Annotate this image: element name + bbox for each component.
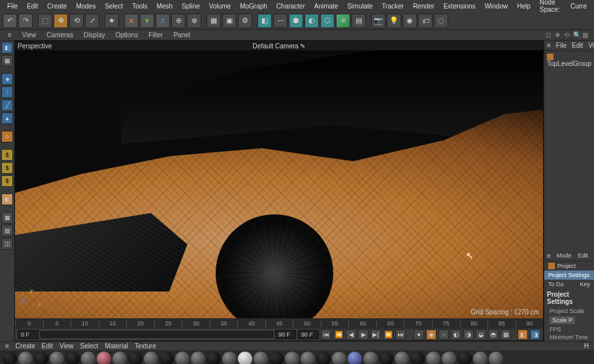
key-r-button[interactable]: ◑: [463, 329, 474, 340]
project-scale-field[interactable]: Project Scale: [544, 307, 594, 315]
material-swatch[interactable]: [457, 352, 472, 364]
timeline-slider[interactable]: [41, 331, 273, 338]
current-frame-field[interactable]: 90 F: [275, 330, 296, 339]
mat-view[interactable]: View: [59, 342, 74, 350]
hamburger-icon[interactable]: ≡: [3, 31, 17, 39]
menu-tools[interactable]: Tools: [127, 3, 152, 10]
rotate-tool[interactable]: ⟲: [69, 14, 84, 28]
material-swatch[interactable]: [254, 352, 268, 364]
volume-button[interactable]: ▤: [352, 14, 366, 28]
material-swatch[interactable]: [285, 352, 299, 364]
project-row[interactable]: Project: [544, 261, 594, 271]
workplane-1[interactable]: ▦: [1, 212, 13, 223]
layout-2-button[interactable]: ◨: [530, 329, 540, 340]
snap-1[interactable]: $: [1, 149, 13, 161]
play-button[interactable]: ▶: [358, 329, 369, 340]
node-space-value[interactable]: Curre: [566, 3, 591, 10]
material-swatch[interactable]: [426, 352, 440, 364]
vp-nav-4[interactable]: 🔍: [573, 31, 580, 39]
snap-3[interactable]: $: [1, 175, 13, 187]
menu-mograph[interactable]: MoGraph: [235, 3, 272, 10]
menu-volume[interactable]: Volume: [205, 3, 235, 10]
viewport-solo[interactable]: ◐: [1, 193, 13, 205]
material-swatch[interactable]: [395, 352, 409, 364]
scale-project-button[interactable]: Scale P: [550, 316, 575, 324]
material-swatch[interactable]: [473, 352, 487, 364]
material-swatch[interactable]: [348, 352, 362, 364]
material-swatch[interactable]: [175, 352, 190, 364]
goto-start-button[interactable]: ⏮: [321, 329, 331, 340]
menu-render[interactable]: Render: [408, 3, 439, 10]
axis-mode[interactable]: ⊹: [1, 131, 13, 142]
point-mode[interactable]: ⋮: [1, 86, 13, 98]
goto-end-button[interactable]: ⏭: [395, 329, 406, 340]
timeline-ruler[interactable]: 0 5 10 15 20 25 30 35 40 45 50 55 60 65 …: [15, 318, 543, 329]
snap-2[interactable]: $: [1, 162, 13, 174]
material-swatch[interactable]: [489, 352, 503, 364]
display-menu[interactable]: Display: [78, 31, 110, 39]
mograph-button[interactable]: ※: [336, 14, 350, 28]
scene-button[interactable]: ◉: [403, 14, 417, 28]
start-frame-field[interactable]: 0 F: [18, 330, 39, 339]
cube-primitive[interactable]: ◧: [257, 14, 272, 28]
menu-edit[interactable]: Edit: [22, 3, 42, 10]
material-swatch[interactable]: [301, 352, 315, 364]
min-time-field[interactable]: Minimum Time: [544, 333, 594, 341]
menu-tracker[interactable]: Tracker: [377, 3, 408, 10]
hamburger-icon[interactable]: ≡: [544, 252, 553, 261]
scale-tool[interactable]: ⤢: [85, 14, 99, 28]
material-swatch[interactable]: [316, 352, 331, 364]
recent-tool[interactable]: ★: [105, 14, 119, 28]
vp-nav-2[interactable]: ✥: [555, 31, 561, 39]
camera-button[interactable]: 📷: [371, 14, 386, 28]
move-tool[interactable]: ✥: [54, 14, 68, 28]
material-swatch[interactable]: [144, 352, 158, 364]
material-swatch[interactable]: [332, 352, 346, 364]
axis-z-toggle[interactable]: Z: [156, 14, 170, 28]
tab-mode[interactable]: Mode: [553, 252, 575, 261]
key-tab[interactable]: Key: [576, 280, 594, 289]
material-swatch[interactable]: [410, 352, 425, 364]
render-picture-button[interactable]: ▣: [222, 14, 237, 28]
next-key-button[interactable]: ⏩: [383, 329, 393, 340]
todo-tab[interactable]: To Do: [544, 280, 576, 289]
menu-extensions[interactable]: Extensions: [439, 3, 480, 10]
tree-item[interactable]: TopLevelGroup: [547, 60, 591, 67]
menu-animate[interactable]: Animate: [310, 3, 343, 10]
redo-button[interactable]: ↷: [18, 14, 33, 28]
menu-simulate[interactable]: Simulate: [342, 3, 377, 10]
mat-material[interactable]: Material: [105, 342, 128, 350]
hamburger-icon[interactable]: ≡: [547, 42, 551, 49]
menu-file[interactable]: File: [3, 3, 22, 10]
key-s-button[interactable]: ◐: [451, 329, 461, 340]
material-swatch[interactable]: [206, 352, 221, 364]
workplane-2[interactable]: ▨: [1, 225, 13, 237]
menu-window[interactable]: Window: [480, 3, 513, 10]
filter-menu[interactable]: Filter: [143, 31, 168, 39]
autokey-button[interactable]: ◉: [426, 329, 437, 340]
options-menu[interactable]: Options: [110, 31, 143, 39]
tab-edit[interactable]: Edit: [574, 252, 591, 261]
edge-mode[interactable]: ╱: [1, 99, 13, 111]
object-mode[interactable]: ◈: [1, 73, 13, 85]
tab-user[interactable]: Use: [591, 252, 594, 261]
panel-menu[interactable]: Panel: [168, 31, 195, 39]
material-swatch[interactable]: [269, 352, 284, 364]
texture-mode[interactable]: ▦: [1, 55, 13, 67]
material-swatch[interactable]: [379, 352, 393, 364]
axis-x-toggle[interactable]: X: [124, 14, 139, 28]
mat-edit[interactable]: Edit: [42, 342, 53, 350]
menu-modes[interactable]: Modes: [71, 3, 100, 10]
material-swatch[interactable]: [18, 352, 33, 364]
menu-create[interactable]: Create: [42, 3, 71, 10]
menu-select[interactable]: Select: [100, 3, 127, 10]
coord-system-2[interactable]: ⊗: [187, 14, 201, 28]
material-swatch[interactable]: [34, 352, 48, 364]
next-frame-button[interactable]: ▶|: [371, 329, 381, 340]
view-menu[interactable]: View: [17, 31, 42, 39]
render-settings-button[interactable]: ⚙: [238, 14, 252, 28]
menu-help[interactable]: Help: [512, 3, 535, 10]
om-file[interactable]: File: [556, 42, 567, 49]
axis-y-toggle[interactable]: Y: [140, 14, 154, 28]
tag-button[interactable]: 🏷: [418, 14, 433, 28]
